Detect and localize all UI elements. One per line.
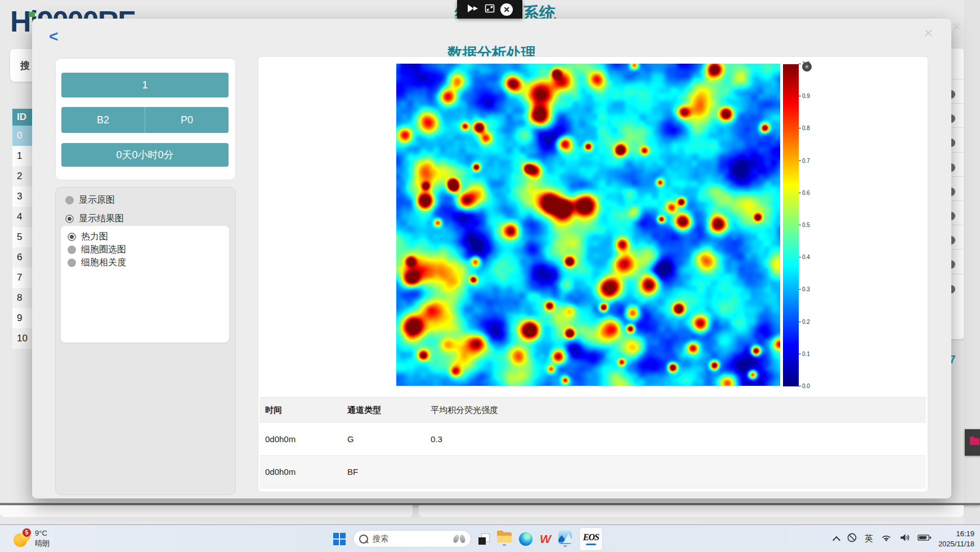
volume-icon[interactable] [900,533,910,545]
wps-icon: W [540,532,551,546]
fullscreen-icon[interactable] [485,4,495,15]
taskbar: 5 9°C 晴朗 搜索 W [0,524,980,552]
wifi-icon[interactable] [880,533,892,545]
row-divider [950,225,965,225]
weather-temperature: 9°C [35,528,50,538]
time-button[interactable]: 0天0小时0分 [61,143,229,167]
row-divider [950,79,965,79]
table-cell: 0.3 [431,423,442,455]
radio-selected-icon[interactable] [68,233,76,241]
radio-label: 显示结果图 [79,213,124,225]
table-header-cell: 时间 [265,398,282,423]
background-close-icon[interactable]: × [952,19,961,34]
start-button[interactable] [333,533,346,545]
active-app-indicator [586,544,596,545]
table-header-cell: 平均积分荧光强度 [431,398,498,423]
cast-icon[interactable] [467,4,479,15]
row-divider [950,201,965,201]
display-options-card: 显示原图显示结果图 热力图细胞圈选图细胞相关度 播放视频 [55,187,236,495]
logo-accent-dot [29,12,35,17]
search-icon [359,535,368,544]
result-option[interactable]: 细胞圈选图 [68,244,126,256]
colorbar-tick: 0.7 [799,158,810,164]
task-view-button[interactable] [478,533,490,545]
radio-label: 显示原图 [79,194,115,206]
screen-overlay-toolbar: ✕ [457,0,522,19]
close-icon[interactable]: ✕ [500,3,513,16]
table-row[interactable]: 0d0h0mBF [259,456,926,488]
display-option[interactable]: 显示原图 [65,194,115,206]
colorbar-tick: 0.3 [799,286,810,292]
taskbar-search[interactable]: 搜索 [353,530,471,547]
analysis-content-card: 1.00.90.80.70.60.50.40.30.20.10.0 时间通道类型… [258,56,928,492]
table-cell: G [347,423,354,455]
tray-date: 2025/11/18 [930,539,974,549]
colorbar-tick: 0.2 [799,319,810,325]
task-view-icon [478,533,490,545]
row-divider [950,152,965,153]
eos-icon: EOS [583,532,599,542]
table-header-cell: 通道类型 [347,398,381,423]
folder-icon [497,532,512,543]
colorbar-ticks: 1.00.90.80.70.60.50.40.30.20.10.0 [799,64,821,386]
do-not-disturb-icon[interactable] [847,532,857,545]
colorbar-tick: 0.5 [799,222,810,228]
radio-icon[interactable] [68,259,76,267]
eos-app-button[interactable]: EOS [579,527,603,551]
result-option[interactable]: 热力图 [68,231,108,243]
data-analysis-dialog: 数据分析处理 < × 1 B2 P0 0天0小时0分 显示原图显示结果图 热力图… [32,19,951,498]
colorbar-badge-icon[interactable] [802,62,812,72]
running-indicator [563,545,567,547]
colorbar-tick: 0.1 [799,351,810,357]
well-number-button[interactable]: 1 [61,73,229,97]
radio-icon[interactable] [68,246,76,254]
table-cell: 0d0h0m [265,456,296,488]
well-info-card: 1 B2 P0 0天0小时0分 [55,58,236,180]
colorbar [783,64,799,386]
heatmap-image[interactable] [396,64,780,386]
weather-badge: 5 [23,528,31,537]
wps-button[interactable]: W [540,532,551,546]
row-divider [950,103,965,104]
weather-condition: 晴朗 [35,538,50,549]
running-indicator [503,544,506,546]
row-divider [950,127,965,128]
colorbar-tick: 0.9 [799,93,810,99]
result-option[interactable]: 细胞相关度 [68,257,126,269]
well-position-button[interactable]: B2 [61,107,145,133]
search-placeholder: 搜索 [373,534,449,544]
result-table-header: 时间通道类型平均积分荧光强度 [259,397,926,423]
table-row[interactable]: 0d0h0mG0.3 [259,423,926,456]
dialog-close-icon[interactable]: × [924,25,933,41]
photos-button[interactable] [558,531,572,547]
background-card-bottom [0,505,413,517]
radio-label: 细胞圈选图 [81,244,126,256]
tray-expand-icon[interactable] [833,536,840,544]
floating-dock-widget[interactable] [965,429,980,456]
ime-indicator[interactable]: 英 [865,533,873,544]
display-option[interactable]: 显示结果图 [65,213,124,225]
result-type-card: 热力图细胞圈选图细胞相关度 [61,226,229,342]
table-cell: BF [347,456,358,488]
battery-icon[interactable] [918,533,932,544]
row-divider [950,249,965,250]
screen: Hi9000RF 细胞分析系统 搜 ID 012345678910 7 × ✕ … [0,0,980,552]
radio-icon[interactable] [65,196,74,204]
result-table: 时间通道类型平均积分荧光强度 0d0h0mG0.30d0h0mBF [259,397,926,488]
colorbar-tick: 0.4 [799,254,810,260]
well-passage-button[interactable]: P0 [145,107,229,133]
edge-button[interactable] [519,532,532,546]
colorbar-tick: 0.0 [799,383,810,389]
row-divider [950,176,965,177]
back-button[interactable]: < [49,29,58,44]
radio-selected-icon[interactable] [65,215,74,223]
weather-widget[interactable]: 5 9°C 晴朗 [14,528,50,548]
table-cell: 0d0h0m [265,423,296,455]
colorbar-tick: 0.8 [799,125,810,131]
taskbar-clock[interactable]: 16:19 2025/11/18 [930,529,974,549]
edge-icon [519,532,532,546]
colorbar-tick: 0.6 [799,190,810,196]
background-search-label: 搜 [20,59,30,72]
file-explorer-button[interactable] [497,532,512,546]
radio-label: 热力图 [81,231,108,243]
